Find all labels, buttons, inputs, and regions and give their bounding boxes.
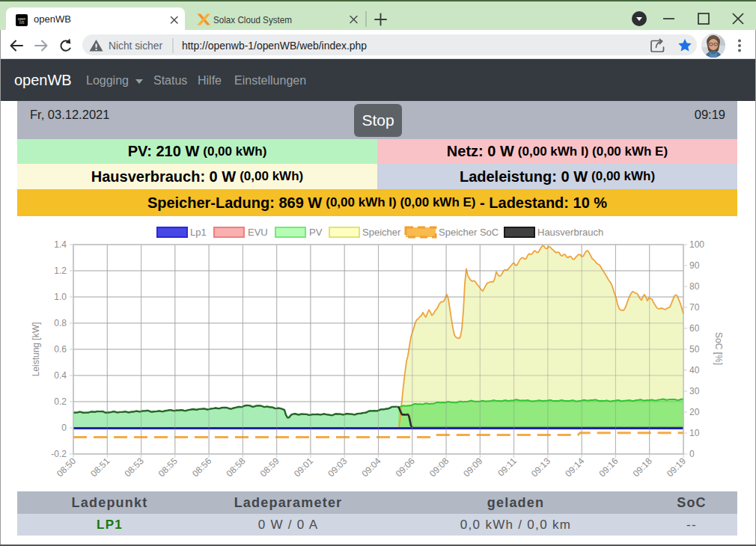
svg-text:60: 60 [689,323,700,334]
svg-text:08:58: 08:58 [224,455,247,479]
svg-text:-0.2: -0.2 [51,449,67,459]
svg-text:09:01: 09:01 [292,455,315,479]
svg-text:0: 0 [689,449,695,459]
svg-text:1.2: 1.2 [54,266,67,276]
svg-text:09:03: 09:03 [326,455,349,479]
svg-text:09:04: 09:04 [359,455,382,479]
svg-text:http://openwb-1/openWB/web/ind: http://openwb-1/openWB/web/index.php [182,39,367,52]
svg-text:09:06: 09:06 [394,455,417,479]
svg-text:SoC [%]: SoC [%] [713,332,724,365]
svg-text:Lp1: Lp1 [190,227,207,238]
svg-text:80: 80 [689,281,700,292]
svg-text:30: 30 [689,386,700,396]
svg-text:08:51: 08:51 [88,455,112,479]
svg-text:0: 0 [61,423,67,433]
svg-text:90: 90 [689,260,700,271]
svg-text:0.4: 0.4 [54,370,67,381]
svg-text:09:11: 09:11 [496,455,519,479]
svg-text:09:14: 09:14 [563,455,586,479]
svg-text:08:56: 08:56 [190,455,213,479]
svg-text:PV: PV [309,227,323,238]
svg-text:0.6: 0.6 [54,344,67,355]
svg-text:50: 50 [689,344,700,355]
svg-text:Nicht sicher: Nicht sicher [109,39,162,52]
svg-text:09:09: 09:09 [461,455,484,479]
svg-text:100: 100 [689,239,704,250]
svg-text:Speicher SoC: Speicher SoC [439,227,499,238]
svg-text:0.2: 0.2 [54,396,67,407]
svg-text:EVU: EVU [248,227,268,238]
svg-text:0.8: 0.8 [54,318,67,328]
svg-text:08:55: 08:55 [156,455,180,479]
svg-text:WB: WB [19,21,24,25]
svg-text:08:53: 08:53 [123,455,146,479]
svg-text:08:59: 08:59 [258,455,281,479]
svg-text:Hausverbrauch: Hausverbrauch [537,227,603,238]
svg-text:Leistung [kW]: Leistung [kW] [31,322,41,377]
svg-text:09:08: 09:08 [427,455,451,479]
svg-text:Speicher: Speicher [362,227,401,238]
svg-text:1.0: 1.0 [54,292,67,302]
svg-text:Solax Cloud System: Solax Cloud System [213,14,292,25]
svg-text:1.4: 1.4 [54,239,67,250]
svg-text:40: 40 [689,365,700,375]
svg-text:09:19: 09:19 [665,455,688,479]
svg-text:09:16: 09:16 [597,455,620,479]
svg-text:09:13: 09:13 [529,455,552,479]
svg-text:70: 70 [689,302,700,313]
svg-text:10: 10 [689,428,700,438]
svg-text:20: 20 [689,407,700,417]
svg-text:09:18: 09:18 [631,455,654,479]
